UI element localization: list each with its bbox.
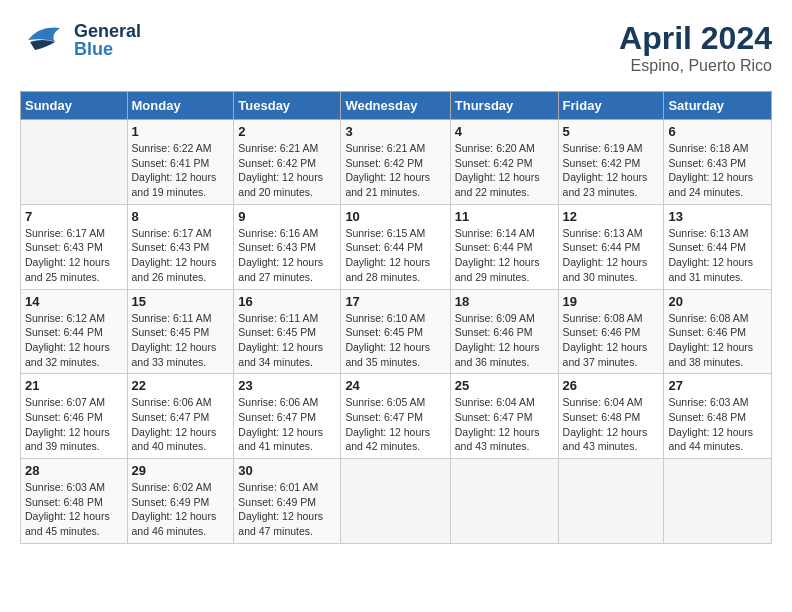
day-number: 14 [25,294,123,309]
day-info: Sunrise: 6:06 AMSunset: 6:47 PMDaylight:… [132,396,217,452]
day-number: 27 [668,378,767,393]
day-number: 3 [345,124,445,139]
calendar-day-header: Friday [558,92,664,120]
day-number: 26 [563,378,660,393]
day-number: 19 [563,294,660,309]
location-title: Espino, Puerto Rico [619,57,772,75]
calendar-week-row: 28Sunrise: 6:03 AMSunset: 6:48 PMDayligh… [21,459,772,544]
logo-general-text: General [74,22,141,40]
calendar-day-cell: 26Sunrise: 6:04 AMSunset: 6:48 PMDayligh… [558,374,664,459]
calendar-day-cell [21,120,128,205]
day-number: 1 [132,124,230,139]
day-number: 29 [132,463,230,478]
day-info: Sunrise: 6:08 AMSunset: 6:46 PMDaylight:… [668,312,753,368]
day-info: Sunrise: 6:06 AMSunset: 6:47 PMDaylight:… [238,396,323,452]
day-number: 22 [132,378,230,393]
calendar-day-cell: 22Sunrise: 6:06 AMSunset: 6:47 PMDayligh… [127,374,234,459]
logo-icon [20,20,70,60]
calendar-day-cell: 13Sunrise: 6:13 AMSunset: 6:44 PMDayligh… [664,204,772,289]
day-number: 15 [132,294,230,309]
calendar-day-cell: 28Sunrise: 6:03 AMSunset: 6:48 PMDayligh… [21,459,128,544]
calendar-day-cell: 19Sunrise: 6:08 AMSunset: 6:46 PMDayligh… [558,289,664,374]
logo: General Blue [20,20,141,60]
calendar-day-cell [664,459,772,544]
day-number: 10 [345,209,445,224]
day-number: 2 [238,124,336,139]
calendar-day-header: Sunday [21,92,128,120]
day-info: Sunrise: 6:16 AMSunset: 6:43 PMDaylight:… [238,227,323,283]
day-info: Sunrise: 6:18 AMSunset: 6:43 PMDaylight:… [668,142,753,198]
day-number: 4 [455,124,554,139]
calendar-day-cell: 21Sunrise: 6:07 AMSunset: 6:46 PMDayligh… [21,374,128,459]
day-info: Sunrise: 6:12 AMSunset: 6:44 PMDaylight:… [25,312,110,368]
logo-blue-text: Blue [74,40,141,58]
calendar-day-header: Monday [127,92,234,120]
day-info: Sunrise: 6:13 AMSunset: 6:44 PMDaylight:… [668,227,753,283]
day-info: Sunrise: 6:07 AMSunset: 6:46 PMDaylight:… [25,396,110,452]
day-number: 7 [25,209,123,224]
calendar-day-cell: 12Sunrise: 6:13 AMSunset: 6:44 PMDayligh… [558,204,664,289]
month-title: April 2024 [619,20,772,57]
calendar-day-header: Tuesday [234,92,341,120]
calendar-day-cell: 9Sunrise: 6:16 AMSunset: 6:43 PMDaylight… [234,204,341,289]
calendar-day-cell: 25Sunrise: 6:04 AMSunset: 6:47 PMDayligh… [450,374,558,459]
day-info: Sunrise: 6:17 AMSunset: 6:43 PMDaylight:… [25,227,110,283]
day-info: Sunrise: 6:09 AMSunset: 6:46 PMDaylight:… [455,312,540,368]
day-info: Sunrise: 6:05 AMSunset: 6:47 PMDaylight:… [345,396,430,452]
calendar-day-cell: 23Sunrise: 6:06 AMSunset: 6:47 PMDayligh… [234,374,341,459]
day-number: 30 [238,463,336,478]
day-number: 11 [455,209,554,224]
calendar-week-row: 21Sunrise: 6:07 AMSunset: 6:46 PMDayligh… [21,374,772,459]
calendar-day-cell: 3Sunrise: 6:21 AMSunset: 6:42 PMDaylight… [341,120,450,205]
day-number: 17 [345,294,445,309]
day-info: Sunrise: 6:17 AMSunset: 6:43 PMDaylight:… [132,227,217,283]
day-number: 18 [455,294,554,309]
calendar-day-cell: 29Sunrise: 6:02 AMSunset: 6:49 PMDayligh… [127,459,234,544]
day-number: 13 [668,209,767,224]
calendar-day-cell: 24Sunrise: 6:05 AMSunset: 6:47 PMDayligh… [341,374,450,459]
day-number: 5 [563,124,660,139]
calendar-day-cell: 1Sunrise: 6:22 AMSunset: 6:41 PMDaylight… [127,120,234,205]
day-info: Sunrise: 6:21 AMSunset: 6:42 PMDaylight:… [238,142,323,198]
day-number: 23 [238,378,336,393]
day-info: Sunrise: 6:22 AMSunset: 6:41 PMDaylight:… [132,142,217,198]
calendar-day-cell: 14Sunrise: 6:12 AMSunset: 6:44 PMDayligh… [21,289,128,374]
calendar-day-cell [341,459,450,544]
day-number: 20 [668,294,767,309]
calendar-day-cell: 16Sunrise: 6:11 AMSunset: 6:45 PMDayligh… [234,289,341,374]
calendar-day-cell: 11Sunrise: 6:14 AMSunset: 6:44 PMDayligh… [450,204,558,289]
calendar-day-cell: 4Sunrise: 6:20 AMSunset: 6:42 PMDaylight… [450,120,558,205]
calendar-day-cell: 10Sunrise: 6:15 AMSunset: 6:44 PMDayligh… [341,204,450,289]
calendar-day-header: Wednesday [341,92,450,120]
day-info: Sunrise: 6:04 AMSunset: 6:48 PMDaylight:… [563,396,648,452]
day-number: 6 [668,124,767,139]
calendar-day-cell: 30Sunrise: 6:01 AMSunset: 6:49 PMDayligh… [234,459,341,544]
day-info: Sunrise: 6:11 AMSunset: 6:45 PMDaylight:… [238,312,323,368]
day-info: Sunrise: 6:11 AMSunset: 6:45 PMDaylight:… [132,312,217,368]
calendar-table: SundayMondayTuesdayWednesdayThursdayFrid… [20,91,772,544]
calendar-day-cell: 15Sunrise: 6:11 AMSunset: 6:45 PMDayligh… [127,289,234,374]
day-number: 8 [132,209,230,224]
calendar-day-cell [558,459,664,544]
day-info: Sunrise: 6:01 AMSunset: 6:49 PMDaylight:… [238,481,323,537]
day-info: Sunrise: 6:21 AMSunset: 6:42 PMDaylight:… [345,142,430,198]
calendar-day-cell [450,459,558,544]
day-info: Sunrise: 6:13 AMSunset: 6:44 PMDaylight:… [563,227,648,283]
logo-text: General Blue [74,22,141,58]
day-number: 21 [25,378,123,393]
calendar-week-row: 14Sunrise: 6:12 AMSunset: 6:44 PMDayligh… [21,289,772,374]
calendar-day-cell: 7Sunrise: 6:17 AMSunset: 6:43 PMDaylight… [21,204,128,289]
calendar-week-row: 7Sunrise: 6:17 AMSunset: 6:43 PMDaylight… [21,204,772,289]
calendar-day-cell: 17Sunrise: 6:10 AMSunset: 6:45 PMDayligh… [341,289,450,374]
day-info: Sunrise: 6:15 AMSunset: 6:44 PMDaylight:… [345,227,430,283]
day-info: Sunrise: 6:04 AMSunset: 6:47 PMDaylight:… [455,396,540,452]
day-info: Sunrise: 6:02 AMSunset: 6:49 PMDaylight:… [132,481,217,537]
day-info: Sunrise: 6:14 AMSunset: 6:44 PMDaylight:… [455,227,540,283]
day-info: Sunrise: 6:10 AMSunset: 6:45 PMDaylight:… [345,312,430,368]
calendar-day-cell: 2Sunrise: 6:21 AMSunset: 6:42 PMDaylight… [234,120,341,205]
day-info: Sunrise: 6:08 AMSunset: 6:46 PMDaylight:… [563,312,648,368]
calendar-day-cell: 5Sunrise: 6:19 AMSunset: 6:42 PMDaylight… [558,120,664,205]
day-number: 9 [238,209,336,224]
page-header: General Blue April 2024 Espino, Puerto R… [20,20,772,75]
calendar-day-header: Saturday [664,92,772,120]
